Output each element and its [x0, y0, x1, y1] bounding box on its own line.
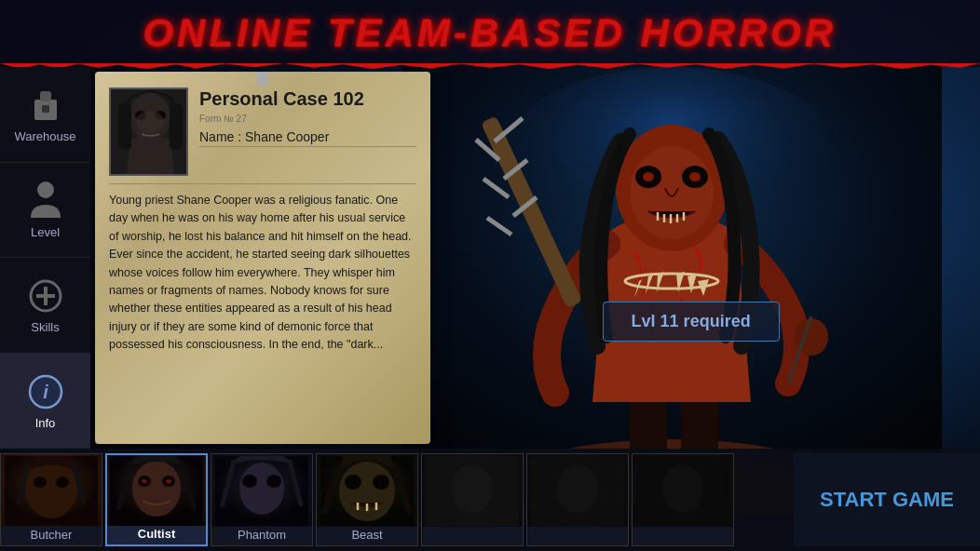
- beast-label: Beast: [351, 524, 382, 545]
- sidebar-item-skills[interactable]: Skills: [0, 258, 90, 354]
- svg-point-46: [56, 477, 69, 488]
- locked2-face: [527, 454, 628, 527]
- cultist-face: [107, 455, 206, 526]
- header: ONLINE TEAM-BASED HORROR: [0, 0, 980, 67]
- svg-point-3: [37, 181, 54, 198]
- sidebar: Warehouse Level Skills i Info: [0, 67, 90, 449]
- monster-svg-container: [402, 67, 980, 449]
- butcher-face: [1, 454, 102, 527]
- app-title: ONLINE TEAM-BASED HORROR: [143, 11, 837, 56]
- level-label: Level: [31, 225, 60, 239]
- svg-rect-11: [118, 103, 131, 150]
- char-slot-beast[interactable]: Beast: [316, 453, 418, 546]
- svg-point-34: [643, 172, 654, 181]
- level-icon: [25, 181, 66, 222]
- svg-point-73: [452, 464, 493, 513]
- skills-label: Skills: [31, 320, 59, 334]
- start-game-label: START GAME: [820, 487, 954, 514]
- case-title-block: Personal Case 102 Form № 27 Name : Shane…: [199, 87, 416, 147]
- case-body: Young priest Shane Cooper was a religiou…: [109, 192, 416, 354]
- case-card: Personal Case 102 Form № 27 Name : Shane…: [95, 72, 430, 444]
- skills-icon: [25, 276, 66, 316]
- case-header: Personal Case 102 Form № 27 Name : Shane…: [109, 83, 416, 176]
- bottom-bar: Butcher: [0, 449, 980, 551]
- form-number: Form № 27: [199, 114, 416, 124]
- case-title: Personal Case 102: [199, 87, 416, 110]
- sidebar-item-info[interactable]: i Info: [0, 354, 90, 450]
- lvl-badge: Lvl 11 required: [603, 302, 780, 342]
- char-slot-locked3[interactable]: [632, 453, 734, 546]
- sidebar-item-level[interactable]: Level: [0, 163, 90, 259]
- char-slot-phantom[interactable]: Phantom: [211, 453, 313, 546]
- phantom-label: Phantom: [238, 524, 286, 545]
- svg-point-50: [132, 461, 181, 517]
- main-content: Personal Case 102 Form № 27 Name : Shane…: [90, 67, 980, 449]
- svg-text:i: i: [43, 382, 48, 402]
- case-divider: [109, 183, 416, 184]
- butcher-label: Butcher: [31, 524, 73, 545]
- phantom-face: [211, 454, 312, 527]
- sidebar-item-warehouse[interactable]: Warehouse: [0, 67, 90, 163]
- char-slot-butcher[interactable]: Butcher: [0, 453, 102, 546]
- case-card-inner: Personal Case 102 Form № 27 Name : Shane…: [95, 72, 430, 444]
- svg-rect-12: [170, 103, 183, 150]
- svg-point-58: [239, 463, 284, 515]
- char-slot-locked1[interactable]: [421, 453, 524, 546]
- svg-point-31: [630, 146, 714, 239]
- locked3-face: [633, 454, 733, 527]
- case-photo: [109, 87, 188, 176]
- svg-point-66: [373, 475, 389, 490]
- name-line: Name : Shane Cooper: [199, 129, 416, 147]
- locked1-face: [422, 454, 523, 527]
- beast-face: [317, 454, 417, 527]
- start-game-button[interactable]: START GAME: [794, 453, 980, 546]
- monster-area: Lvl 11 required: [402, 67, 980, 449]
- cultist-label: Cultist: [138, 523, 175, 544]
- svg-rect-2: [42, 105, 49, 113]
- svg-rect-1: [40, 91, 51, 101]
- svg-point-77: [662, 464, 703, 513]
- svg-point-45: [34, 477, 47, 488]
- svg-point-54: [166, 479, 171, 483]
- char-slot-locked2[interactable]: [526, 453, 629, 546]
- info-icon: i: [25, 371, 66, 412]
- svg-point-65: [345, 475, 361, 490]
- char-slot-cultist[interactable]: Cultist: [105, 453, 208, 546]
- info-label: Info: [35, 416, 56, 430]
- svg-point-64: [339, 462, 395, 521]
- svg-point-35: [689, 172, 701, 181]
- character-slots: Butcher: [0, 449, 794, 551]
- warehouse-icon: [25, 85, 66, 126]
- svg-point-15: [136, 111, 164, 133]
- svg-point-75: [557, 464, 598, 513]
- pin-decoration: [257, 72, 268, 86]
- warehouse-label: Warehouse: [15, 129, 76, 143]
- svg-point-59: [242, 475, 257, 488]
- svg-point-60: [266, 475, 281, 488]
- svg-point-53: [142, 479, 147, 483]
